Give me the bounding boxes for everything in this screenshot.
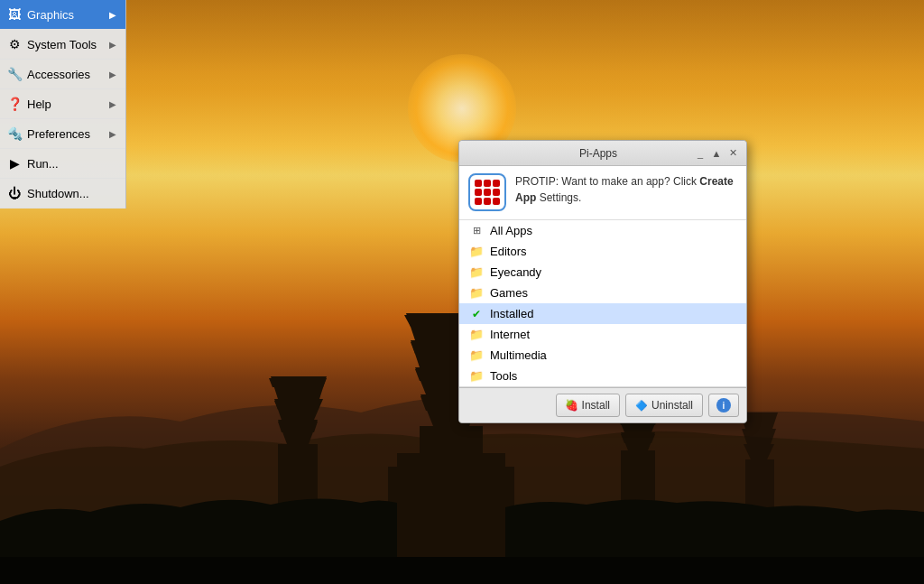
window-title: Pi-Apps xyxy=(503,147,694,160)
protip-suffix: Settings. xyxy=(536,191,581,204)
list-item-multimedia[interactable]: 📁 Multimedia xyxy=(459,345,746,366)
raspberry-icon: 🍓 xyxy=(566,399,578,412)
tools-label: Tools xyxy=(490,369,517,383)
graphics-arrow: ▶ xyxy=(109,10,116,20)
all-apps-label: All Apps xyxy=(490,224,532,237)
system-tools-icon: ⚙ xyxy=(7,37,22,51)
close-button[interactable]: ✕ xyxy=(726,147,739,160)
help-icon: ❓ xyxy=(7,97,22,111)
system-tools-label: System Tools xyxy=(27,38,97,51)
uninstall-button[interactable]: 🔷 Uninstall xyxy=(625,394,703,417)
preferences-arrow: ▶ xyxy=(109,129,116,139)
shutdown-label: Shutdown... xyxy=(27,187,89,200)
menu-item-help[interactable]: ❓ Help ▶ xyxy=(0,89,125,119)
list-item-editors[interactable]: 📁 Editors xyxy=(459,241,746,262)
accessories-arrow: ▶ xyxy=(109,70,116,79)
internet-folder-icon: 📁 xyxy=(470,329,483,341)
svg-rect-6 xyxy=(0,557,924,584)
list-item-eyecandy[interactable]: 📁 Eyecandy xyxy=(459,262,746,283)
window-titlebar: Pi-Apps _ ▲ ✕ xyxy=(459,141,746,166)
accessories-icon: 🔧 xyxy=(7,67,22,81)
menu-item-accessories[interactable]: 🔧 Accessories ▶ xyxy=(0,60,125,89)
install-label: Install xyxy=(582,399,610,412)
menu-panel: 🖼 Graphics ▶ ⚙ System Tools ▶ 🔧 Accessor… xyxy=(0,0,126,209)
multimedia-label: Multimedia xyxy=(490,348,547,362)
shutdown-icon: ⏻ xyxy=(7,186,22,200)
games-folder-icon: 📁 xyxy=(470,287,483,300)
games-label: Games xyxy=(490,286,528,300)
tools-folder-icon: 📁 xyxy=(470,370,483,383)
info-icon: i xyxy=(716,398,731,413)
protip-text: PROTIP: Want to make an app? Click Creat… xyxy=(515,173,737,206)
internet-label: Internet xyxy=(490,328,530,341)
eyecandy-label: Eyecandy xyxy=(490,265,541,279)
run-label: Run... xyxy=(27,157,59,171)
installed-check-icon: ✔ xyxy=(470,308,483,320)
preferences-icon: 🔩 xyxy=(7,126,22,141)
protip-prefix: PROTIP: Want to make an app? Click xyxy=(515,175,699,188)
help-label: Help xyxy=(27,97,51,111)
menu-item-graphics[interactable]: 🖼 Graphics ▶ xyxy=(0,0,125,30)
list-item-installed[interactable]: ✔ Installed xyxy=(459,303,746,324)
preferences-label: Preferences xyxy=(27,127,90,141)
eyecandy-folder-icon: 📁 xyxy=(470,266,483,279)
multimedia-folder-icon: 📁 xyxy=(470,349,483,362)
all-apps-icon: ⊞ xyxy=(470,225,483,237)
graphics-label: Graphics xyxy=(27,8,74,22)
list-item-games[interactable]: 📁 Games xyxy=(459,283,746,303)
system-tools-arrow: ▶ xyxy=(109,40,116,50)
list-item-internet[interactable]: 📁 Internet xyxy=(459,324,746,345)
install-button[interactable]: 🍓 Install xyxy=(556,394,620,417)
accessories-label: Accessories xyxy=(27,68,90,81)
piapps-logo xyxy=(468,173,506,211)
maximize-button[interactable]: ▲ xyxy=(710,147,723,160)
info-button[interactable]: i xyxy=(708,394,739,417)
uninstall-icon: 🔷 xyxy=(635,399,648,412)
editors-folder-icon: 📁 xyxy=(470,246,483,258)
svg-rect-1 xyxy=(397,453,505,467)
protip-area: PROTIP: Want to make an app? Click Creat… xyxy=(459,166,746,220)
window-controls: _ ▲ ✕ xyxy=(694,147,739,160)
menu-item-preferences[interactable]: 🔩 Preferences ▶ xyxy=(0,119,125,149)
menu-item-system-tools[interactable]: ⚙ System Tools ▶ xyxy=(0,30,125,60)
run-icon: ▶ xyxy=(7,156,22,171)
piapps-window: Pi-Apps _ ▲ ✕ xyxy=(458,140,747,423)
help-arrow: ▶ xyxy=(109,99,116,109)
window-toolbar: 🍓 Install 🔷 Uninstall i xyxy=(459,387,746,422)
list-item-tools[interactable]: 📁 Tools xyxy=(459,366,746,386)
list-area: ⊞ All Apps 📁 Editors 📁 Eyecandy 📁 Games … xyxy=(459,220,746,387)
uninstall-label: Uninstall xyxy=(651,399,693,412)
minimize-button[interactable]: _ xyxy=(694,147,707,160)
graphics-icon: 🖼 xyxy=(7,7,22,22)
svg-rect-0 xyxy=(420,426,483,453)
editors-label: Editors xyxy=(490,245,526,258)
installed-label: Installed xyxy=(490,307,533,320)
menu-item-shutdown[interactable]: ⏻ Shutdown... xyxy=(0,179,125,209)
desktop: 🖼 Graphics ▶ ⚙ System Tools ▶ 🔧 Accessor… xyxy=(0,0,924,584)
list-item-all-apps[interactable]: ⊞ All Apps xyxy=(459,220,746,241)
menu-item-run[interactable]: ▶ Run... xyxy=(0,149,125,179)
